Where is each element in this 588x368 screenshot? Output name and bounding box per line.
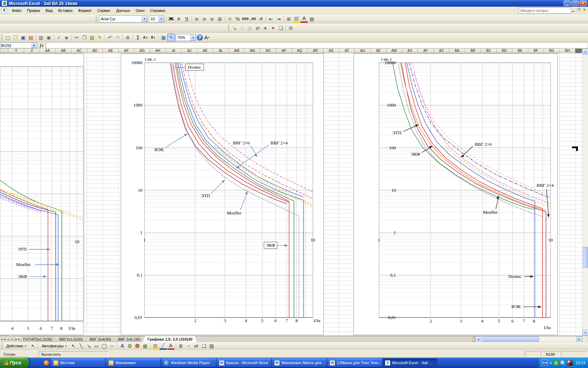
- taskbar-button-2[interactable]: Мисюкевич: [106, 359, 160, 367]
- horizontal-scroll-thumb[interactable]: [482, 336, 539, 342]
- star-shape-button[interactable]: ✶: [269, 24, 277, 32]
- select-objects-icon[interactable]: ↖: [29, 342, 37, 350]
- taskbar-button-7[interactable]: XMicrosoft Excel - Зall ...: [383, 359, 437, 367]
- chevron-left-icon[interactable]: «: [550, 361, 552, 365]
- toolbar-grip[interactable]: [228, 25, 230, 32]
- column-header-AM[interactable]: AM: [229, 49, 245, 53]
- font-color-button[interactable]: А: [300, 15, 308, 23]
- scroll-right-icon[interactable]: ►: [576, 336, 582, 342]
- column-header-AK[interactable]: AK: [197, 49, 213, 53]
- dash-style-button[interactable]: ╌: [185, 342, 192, 350]
- fill-color-button[interactable]: ▨: [152, 342, 159, 350]
- thousands-separator-button[interactable]: 000: [241, 15, 249, 23]
- font-color-button[interactable]: А: [167, 342, 175, 350]
- column-header-AG[interactable]: AG: [134, 49, 150, 53]
- shrink-font-button[interactable]: A▾: [203, 34, 211, 41]
- shape-tools-button[interactable]: ◇: [246, 24, 254, 32]
- connector-button[interactable]: ∗: [261, 24, 269, 32]
- taskbar-button-4[interactable]: WКраска - Microsoft Word: [217, 359, 271, 367]
- decrease-indent-button[interactable]: ⇤: [267, 15, 275, 23]
- wordart-button[interactable]: A: [118, 342, 126, 350]
- diagram-button[interactable]: ❂: [126, 342, 134, 350]
- taskbar-button-1[interactable]: Вестник: [51, 359, 105, 367]
- question-input[interactable]: [519, 7, 571, 14]
- insert-function-button[interactable]: fx: [37, 42, 46, 48]
- column-header-AB[interactable]: AB: [56, 49, 71, 53]
- restore-button[interactable]: ❐: [572, 1, 579, 6]
- new-object-button[interactable]: ⊞: [287, 24, 295, 32]
- column-header-AT[interactable]: AT: [339, 49, 355, 53]
- picture-button[interactable]: ▦: [141, 342, 149, 350]
- font-name-combo[interactable]: Arial Cyr▼: [99, 15, 147, 22]
- arrow-button[interactable]: ↘: [85, 342, 93, 350]
- arrow-style-button[interactable]: ⇄: [192, 342, 200, 350]
- line-style-button[interactable]: ≣: [177, 342, 185, 350]
- close-button[interactable]: ✕: [580, 1, 587, 6]
- menu-окно[interactable]: Окно: [133, 7, 148, 14]
- tab-scroll-buttons[interactable]: ◄◄◄►►►: [0, 336, 21, 342]
- column-header-AI[interactable]: AI: [166, 49, 182, 53]
- sort-descending-button[interactable]: Я↓: [149, 34, 157, 41]
- column-header-AH[interactable]: AH: [150, 49, 166, 53]
- update-agent-icon[interactable]: ↻: [553, 360, 559, 366]
- merge-center-button[interactable]: ⊞: [216, 15, 224, 23]
- underline-button[interactable]: Ч: [183, 15, 190, 23]
- clock[interactable]: 13:14: [575, 361, 585, 365]
- column-header-Z[interactable]: Z: [24, 49, 40, 53]
- save-button[interactable]: ▣: [19, 34, 27, 41]
- column-header-AY[interactable]: AY: [418, 49, 434, 53]
- align-center-button[interactable]: ≡: [201, 15, 208, 23]
- edit-points-button[interactable]: ∴: [238, 24, 246, 32]
- fill-color-button[interactable]: ▨: [293, 15, 300, 23]
- swap-shapes-button[interactable]: ⇄: [254, 24, 261, 32]
- open-button[interactable]: ❒: [12, 34, 19, 41]
- permission-button[interactable]: ▤: [27, 34, 35, 41]
- line-button[interactable]: ╲: [77, 342, 85, 350]
- column-header-AN[interactable]: AN: [245, 49, 260, 53]
- column-header-AS[interactable]: AS: [323, 49, 339, 53]
- scroll-down-icon[interactable]: ▼: [582, 330, 588, 336]
- autosum-button[interactable]: Σ: [134, 34, 142, 41]
- menu-данные[interactable]: Данные: [113, 7, 133, 14]
- undo-button[interactable]: ↶: [106, 34, 114, 41]
- increase-decimal-button[interactable]: ,00: [249, 15, 257, 23]
- title-bar[interactable]: X Microsoft Excel - Зall ВА 25 14изм ▁ ❐…: [0, 0, 588, 7]
- pointer-button[interactable]: ↖: [70, 342, 77, 350]
- start-button[interactable]: Пуск: [0, 357, 29, 368]
- column-header-partial[interactable]: [575, 49, 582, 53]
- toolbar-grip[interactable]: [1, 342, 3, 349]
- vertical-scrollbar[interactable]: ▲ ▼: [582, 49, 588, 336]
- column-header-BF[interactable]: BF: [528, 49, 544, 53]
- column-header-AJ[interactable]: AJ: [182, 49, 197, 53]
- increase-indent-button[interactable]: ⇥: [275, 15, 282, 23]
- column-header-AL[interactable]: AL: [213, 49, 229, 53]
- font-size-combo[interactable]: 10▼: [149, 15, 164, 22]
- name-box[interactable]: BI193▼: [0, 42, 37, 48]
- align-left-button[interactable]: ≡: [193, 15, 201, 23]
- column-header-Y[interactable]: Y: [8, 49, 24, 53]
- column-header-BH[interactable]: BH: [560, 49, 575, 53]
- clip-art-button[interactable]: ☻: [134, 342, 141, 350]
- sheet-tab-4[interactable]: ВВГ 2х6 (30): [113, 336, 145, 342]
- column-header-AX[interactable]: AX: [402, 49, 418, 53]
- drawing-button[interactable]: ✎: [167, 34, 175, 41]
- chart-object-right[interactable]: 1000010001001010,10,012345678110I/Iнt ав…: [354, 53, 558, 335]
- help-button[interactable]: ?: [197, 34, 203, 41]
- network-icon[interactable]: [560, 360, 566, 366]
- text-box-button[interactable]: ▭: [108, 342, 116, 350]
- minimize-button[interactable]: ▁: [564, 1, 571, 6]
- taskbar-button-6[interactable]: W12Минск для Техн Техн...: [328, 359, 382, 367]
- percent-button[interactable]: %: [234, 15, 241, 23]
- paste-button[interactable]: ▨: [88, 34, 96, 41]
- bold-button[interactable]: Ж: [167, 15, 175, 23]
- 3d-button[interactable]: ▧: [208, 342, 216, 350]
- print-preview-button[interactable]: ◉: [45, 34, 52, 41]
- column-header-AD[interactable]: AD: [87, 49, 103, 53]
- column-header-AU[interactable]: AU: [355, 49, 371, 53]
- italic-button[interactable]: К: [175, 15, 183, 23]
- column-header-AE[interactable]: AE: [103, 49, 119, 53]
- menu-сервис[interactable]: Сервис: [94, 7, 113, 14]
- taskbar-button-5[interactable]: WМисюкевич Минск для ...: [272, 359, 326, 367]
- scroll-up-icon[interactable]: ▲: [582, 49, 588, 55]
- language-indicator[interactable]: EN: [542, 360, 548, 366]
